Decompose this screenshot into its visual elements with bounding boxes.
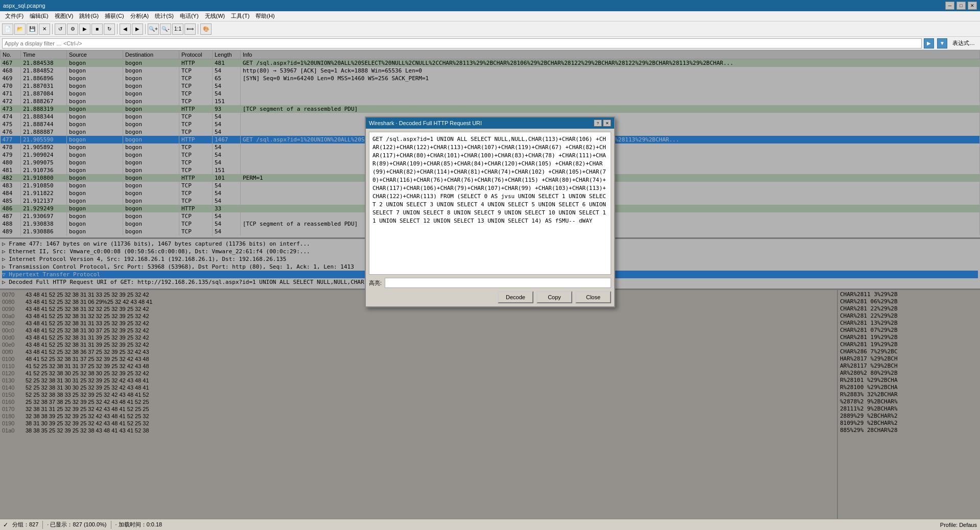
tb-restart[interactable]: ↻ <box>104 23 115 35</box>
filter-bar: ▶ ▼ 表达式… <box>0 37 980 50</box>
menu-help[interactable]: 帮助(H) <box>252 11 277 21</box>
tb-back[interactable]: ◀ <box>120 23 131 35</box>
filter-dropdown-button[interactable]: ▼ <box>937 38 947 49</box>
modal-close-title-button[interactable]: ✕ <box>603 119 611 127</box>
tb-start[interactable]: ▶ <box>79 23 90 35</box>
tb-capture-opts[interactable]: ⚙ <box>67 23 78 35</box>
tb-close[interactable]: ✕ <box>39 23 50 35</box>
sep1 <box>52 24 53 34</box>
modal-highlight-row: 高亮: <box>369 278 611 288</box>
menu-go[interactable]: 跳转(G) <box>76 11 102 21</box>
menu-capture[interactable]: 捕获(C) <box>102 11 127 21</box>
modal-title-bar: Wireshark · Decoded Full HTTP Request UR… <box>366 117 614 129</box>
menu-tools[interactable]: 工具(T) <box>228 11 252 21</box>
status-bar: ✓ 分组：827 · 已显示：827 (100.0%) · 加载时间：0:0.1… <box>0 519 980 530</box>
modal-highlight-label: 高亮: <box>369 279 382 287</box>
modal-title: Wireshark · Decoded Full HTTP Request UR… <box>369 120 482 126</box>
tb-resize[interactable]: ⟺ <box>184 23 196 35</box>
title-bar-title: aspx_sql.pcapng <box>3 3 45 9</box>
menu-view[interactable]: 视图(V) <box>52 11 77 21</box>
tb-open[interactable]: 📂 <box>14 23 26 35</box>
title-bar: aspx_sql.pcapng ─ □ ✕ <box>0 0 980 11</box>
status-displayed: · 已显示：827 (100.0%) <box>47 521 106 528</box>
maximize-button[interactable]: □ <box>956 2 966 10</box>
status-ready-icon: ✓ <box>3 521 8 528</box>
title-bar-controls: ─ □ ✕ <box>945 2 977 10</box>
menu-file[interactable]: 文件(F) <box>2 11 27 21</box>
menu-bar: 文件(F) 编辑(E) 视图(V) 跳转(G) 捕获(C) 分析(A) 统计(S… <box>0 11 980 21</box>
filter-input[interactable] <box>2 38 922 49</box>
decode-button[interactable]: Decode <box>498 291 533 303</box>
tb-forward[interactable]: ▶ <box>132 23 143 35</box>
menu-analyze[interactable]: 分析(A) <box>127 11 152 21</box>
tb-save[interactable]: 💾 <box>27 23 38 35</box>
copy-button[interactable]: Copy <box>536 291 572 303</box>
modal-help-button[interactable]: ? <box>594 119 602 127</box>
menu-wireless[interactable]: 无线(W) <box>202 11 228 21</box>
menu-stats[interactable]: 统计(S) <box>152 11 177 21</box>
tb-color[interactable]: 🎨 <box>200 23 212 35</box>
status-sep2 <box>111 521 111 529</box>
modal-highlight-input[interactable] <box>385 278 611 288</box>
tb-new[interactable]: 📄 <box>2 23 13 35</box>
status-profile: Profile: Defaus <box>940 522 977 528</box>
modal-title-controls: ? ✕ <box>594 119 611 127</box>
filter-expression-label[interactable]: 表达式… <box>949 39 978 47</box>
status-packets: 分组：827 <box>12 521 38 528</box>
sep3 <box>145 24 146 34</box>
modal-overlay: Wireshark · Decoded Full HTTP Request UR… <box>0 50 980 519</box>
modal-text-area: GET /sql.aspx?id=1 UNION ALL SELECT NULL… <box>369 132 611 275</box>
tb-reload[interactable]: ↺ <box>55 23 66 35</box>
decoded-uri-modal: Wireshark · Decoded Full HTTP Request UR… <box>365 116 615 307</box>
tb-zoom-100[interactable]: 1:1 <box>172 23 183 35</box>
toolbar: 📄 📂 💾 ✕ ↺ ⚙ ▶ ■ ↻ ◀ ▶ 🔍+ 🔍- 1:1 ⟺ 🎨 <box>0 21 980 37</box>
sep4 <box>198 24 198 34</box>
minimize-button[interactable]: ─ <box>945 2 954 10</box>
tb-zoom-in[interactable]: 🔍+ <box>148 23 159 35</box>
close-button-modal[interactable]: Close <box>575 291 611 303</box>
status-load-time: · 加载时间：0:0.18 <box>115 521 162 528</box>
tb-stop[interactable]: ■ <box>91 23 103 35</box>
status-sep1 <box>42 521 43 529</box>
menu-edit[interactable]: 编辑(E) <box>27 11 52 21</box>
modal-content: GET /sql.aspx?id=1 UNION ALL SELECT NULL… <box>366 129 614 306</box>
menu-phone[interactable]: 电话(Y) <box>177 11 202 21</box>
tb-zoom-out[interactable]: 🔍- <box>160 23 171 35</box>
filter-apply-button[interactable]: ▶ <box>924 38 934 49</box>
sep2 <box>117 24 118 34</box>
close-button[interactable]: ✕ <box>968 2 977 10</box>
modal-buttons: Decode Copy Close <box>369 291 611 303</box>
